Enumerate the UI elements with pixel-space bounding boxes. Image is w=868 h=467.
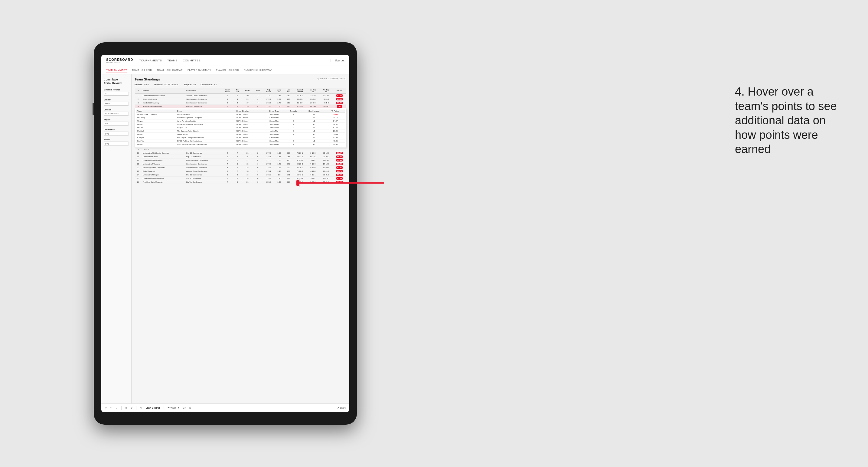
share-button[interactable]: ↗ Share (337, 407, 346, 409)
table-row[interactable]: 24 University of Oregon Pac-12 Conferenc… (135, 173, 346, 177)
school-cell: University of North Carolina (142, 94, 185, 97)
tab-player-h2h-grid[interactable]: PLAYER H2H GRID (216, 67, 239, 72)
eye-icon: 👁 (167, 407, 170, 409)
tt-col-event: Event (176, 110, 235, 113)
col-rnds: Rnds (242, 88, 253, 94)
col-adj-score: Adj.Score (263, 88, 275, 94)
table-row[interactable]: 23 Duke University Atlantic Coast Confer… (135, 169, 346, 173)
table-row[interactable]: 19 University of Texas Big 12 Conference… (135, 155, 346, 158)
filter-region-label: Region: (184, 84, 192, 86)
undo-button[interactable]: ↩ (105, 407, 107, 409)
points-cell[interactable]: 97.02 (333, 94, 346, 97)
tt-col-type: Event Type (263, 110, 285, 113)
zoom-button[interactable]: ⤢ (116, 407, 118, 409)
table-row[interactable]: 3 Vanderbilt University Southeastern Con… (135, 101, 346, 105)
tooltip-row-item: Univers Williams Cup NCAA Division I Str… (136, 133, 345, 136)
tooltip-table: Team Event Event Division Event Type Rou… (136, 110, 345, 146)
table-row-highlighted[interactable]: 4 Arizona State University Pac-12 Confer… (135, 105, 346, 108)
tooltip-row-item: University Southern Highlands Collegiate… (136, 116, 345, 120)
nav-teams[interactable]: TEAMS (167, 58, 178, 63)
nav-bar: SCOREBOARD Powered by clippi TOURNAMENTS… (101, 55, 349, 66)
avg-cell: 2.86 (274, 94, 284, 97)
tooltip-row-item: Univers Amer An Intercollegiate NCAA Div… (136, 120, 345, 123)
tooltip-row-item: Univers National Invitational Tournament… (136, 123, 345, 126)
tablet-screen: SCOREBOARD Powered by clippi TOURNAMENTS… (101, 55, 349, 412)
tooltip-row-item: Florida I The Cypress Point Classic NCAA… (136, 129, 345, 133)
sidebar-value-min-rounds[interactable]: 5 (104, 92, 129, 96)
table-row[interactable]: 21 University of Alabama Southeastern Co… (135, 162, 346, 166)
tab-team-h2h-heatmap[interactable]: TEAM H2H HEATMAP (157, 67, 183, 72)
annotation-content: 4. Hover over a team's points to see add… (735, 85, 837, 155)
tab-player-summary[interactable]: PLAYER SUMMARY (187, 67, 211, 72)
watch-chevron: ▼ (177, 407, 179, 409)
tt-col-rank: Rank Impact (302, 110, 326, 113)
table-row[interactable]: 1 University of North Carolina Atlantic … (135, 94, 346, 97)
tab-bar: TEAM SUMMARY TEAM H2H GRID TEAM H2H HEAT… (101, 66, 349, 74)
sidebar-value-school[interactable]: (All) (104, 142, 129, 146)
col-school: School (142, 88, 185, 94)
table-row[interactable]: 18 University of California, Berkeley Pa… (135, 151, 346, 155)
filter-gender-value: Men's (144, 84, 149, 86)
table-row[interactable]: 26 The Ohio State University Big Ten Con… (135, 180, 346, 184)
wins-cell: 2 (253, 94, 263, 97)
tours-cell: 9 (232, 94, 242, 97)
tooltip-expanded-row: Team Event Event Division Event Type Rou… (135, 108, 346, 148)
nav-tournaments[interactable]: TOURNAMENTS (139, 58, 162, 63)
sidebar-label-region: Region (104, 119, 129, 121)
col-wins: Wins (253, 88, 263, 94)
side-button[interactable] (93, 103, 94, 115)
sidebar-value-conference[interactable]: (All) (104, 131, 129, 135)
tt-col-rounds: Rounds (285, 110, 302, 113)
comment-button[interactable]: 💬 (183, 407, 186, 409)
share-icon: ↗ (337, 407, 339, 409)
sidebar-title: CommitteePortal Review (104, 78, 129, 85)
sidebar-value-division[interactable]: NCAA Division I (104, 112, 129, 116)
tab-player-h2h-heatmap[interactable]: PLAYER H2H HEATMAP (244, 67, 273, 72)
sign-out-button[interactable]: Sign out (331, 59, 344, 62)
conf-cell: Atlantic Coast Conference (185, 94, 222, 97)
tooltip-row-item: Univers 2023 Sahalee Players Championshi… (136, 143, 345, 146)
tablet-shell: SCOREBOARD Powered by clippi TOURNAMENTS… (94, 42, 357, 425)
sidebar-value-gender[interactable]: Men's (104, 102, 129, 105)
settings-button[interactable]: ⚙ (131, 407, 132, 409)
grid-button[interactable]: ⊞ (189, 407, 191, 409)
tooltip-header: Team Event Event Division Event Type Rou… (136, 110, 345, 113)
content-area: Team Standings Update time: 13/03/2024 1… (131, 74, 349, 403)
filter-region-value: All (193, 84, 196, 86)
bottom-toolbar: ↩ ↪ ⤢ ⊕ ⚙ ⏱ View: Original 👁 Watch ▼ 💬 ⊞… (101, 403, 349, 412)
tt-col-wpoints: W Points (326, 110, 345, 113)
filter-gender: Gender: Men's (134, 84, 149, 86)
top50-cell: 50-10-0 (320, 94, 333, 97)
col-tours: NoTour (232, 88, 242, 94)
filter-conference: Conference: All (200, 84, 217, 86)
sidebar-region: Region N/A (104, 119, 129, 126)
tab-team-h2h-grid[interactable]: TEAM H2H GRID (132, 67, 152, 72)
tab-team-summary[interactable]: TEAM SUMMARY (106, 67, 127, 73)
sidebar-label-gender: Gender (104, 99, 129, 101)
watch-button[interactable]: 👁 Watch ▼ (167, 407, 180, 409)
table-row[interactable]: 25 University of North Florida ASUN Conf… (135, 177, 346, 180)
toolbar-sep-2 (136, 406, 136, 410)
sidebar-division: Division NCAA Division I (104, 108, 129, 116)
redo-button[interactable]: ↪ (111, 407, 112, 409)
col-conf-rank: ConfRank (222, 88, 232, 94)
logo-area: SCOREBOARD Powered by clippi (106, 58, 133, 63)
filter-region: Region: All (184, 84, 196, 86)
tooltip-row-item: Georgia Ben Hogan Collegiate Invitationa… (136, 136, 345, 139)
watch-label: Watch (170, 407, 177, 409)
adj-cell: 272.0 (263, 94, 275, 97)
table-row[interactable]: 20 University of New Mexico Mountain Wes… (135, 158, 346, 162)
view-label[interactable]: View: Original (146, 407, 160, 409)
sidebar-school: School (All) (104, 138, 129, 146)
sidebar-minimum-rounds: Minimum Rounds 5 (104, 89, 129, 96)
nav-committee[interactable]: COMMITTEE (183, 58, 201, 63)
toolbar-sep-1 (121, 406, 122, 410)
col-low: LowSG (284, 88, 293, 94)
rank-cell: 1 (135, 94, 142, 97)
copy-button[interactable]: ⊕ (125, 407, 127, 409)
timer-button[interactable]: ⏱ (140, 407, 142, 409)
table-row[interactable]: 22 Mississippi State University Southeas… (135, 166, 346, 169)
table-row[interactable]: 2 Auburn University Southeastern Confere… (135, 97, 346, 101)
sidebar-value-region[interactable]: N/A (104, 122, 129, 126)
table-row[interactable]: 5 Texas T... (135, 148, 346, 151)
